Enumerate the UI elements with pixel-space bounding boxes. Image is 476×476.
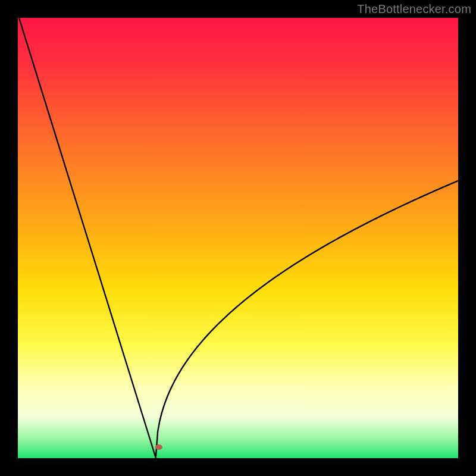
bottleneck-curve-chart bbox=[18, 18, 458, 458]
plot-area bbox=[18, 18, 458, 458]
gradient-background bbox=[18, 18, 458, 458]
watermark-label: TheBottlenecker.com bbox=[357, 2, 471, 16]
cusp-marker bbox=[155, 444, 162, 450]
chart-frame: TheBottlenecker.com bbox=[0, 0, 476, 476]
